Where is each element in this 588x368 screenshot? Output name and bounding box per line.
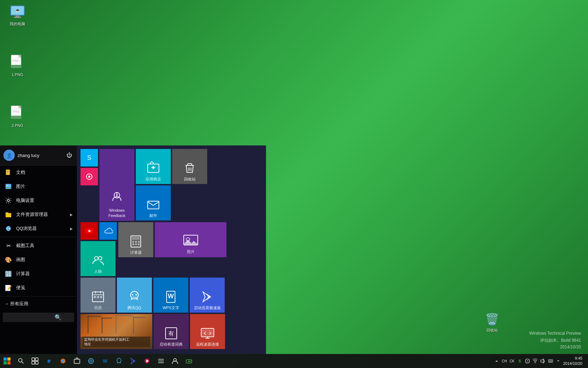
svg-rect-53 bbox=[132, 241, 134, 243]
svg-rect-122 bbox=[551, 360, 552, 361]
svg-rect-2 bbox=[10, 6, 11, 7]
taskbar-mediaplayer-button[interactable] bbox=[140, 354, 154, 368]
tile-youtube[interactable] bbox=[80, 222, 98, 240]
tile-mail[interactable]: 邮件 bbox=[136, 185, 171, 220]
tile-wps[interactable]: W WPS文字 bbox=[153, 278, 188, 313]
desktop-icon-computer[interactable]: 💻 我的电脑 bbox=[4, 4, 31, 26]
explorer-arrow: ▶ bbox=[70, 213, 73, 217]
all-apps-label: → 所有应用 bbox=[4, 301, 28, 307]
taskbar-xunlei-button[interactable] bbox=[126, 354, 140, 368]
tile-music[interactable] bbox=[80, 168, 98, 185]
tile-calendar-label: 日历 bbox=[94, 305, 102, 311]
sidebar-item-pictures[interactable]: 图片 bbox=[0, 179, 77, 193]
all-apps-button[interactable]: → 所有应用 bbox=[0, 298, 77, 310]
tile-rdp[interactable]: 远程桌面连接 bbox=[190, 314, 225, 349]
tray-caret[interactable] bbox=[493, 354, 500, 368]
start-search-input[interactable] bbox=[6, 315, 55, 320]
sidebar-item-notes[interactable]: 📝 便笺 bbox=[0, 281, 77, 295]
taskbar-people-button[interactable] bbox=[168, 354, 182, 368]
power-button[interactable]: ⏻ bbox=[65, 151, 74, 159]
sidebar-item-explorer[interactable]: 文件资源管理器 ▶ bbox=[0, 207, 77, 222]
tray-help[interactable]: ? bbox=[524, 354, 531, 368]
user-avatar: 👤 bbox=[4, 150, 15, 161]
taskbar-ie-button[interactable]: e bbox=[42, 354, 56, 368]
menu-divider-2 bbox=[0, 296, 77, 297]
tile-calc[interactable]: 计算器 bbox=[118, 222, 153, 257]
svg-rect-99 bbox=[74, 359, 80, 363]
tray-input[interactable]: CK bbox=[509, 354, 516, 368]
svg-text:💻: 💻 bbox=[15, 8, 20, 13]
png1-icon-label: 1.PNG bbox=[4, 73, 31, 77]
tile-photos[interactable]: 照片 bbox=[155, 222, 226, 257]
calculator-icon: 🔢 bbox=[4, 270, 13, 278]
taskbar-firefox-button[interactable] bbox=[56, 354, 70, 368]
svg-rect-12 bbox=[12, 58, 20, 64]
tray-keyboard[interactable] bbox=[547, 354, 554, 368]
taskbar-game-button[interactable] bbox=[182, 354, 196, 368]
taskbar-qq-button[interactable] bbox=[112, 354, 126, 368]
tile-calendar[interactable]: 日历 bbox=[80, 278, 115, 313]
tile-qq-label: 腾讯QQ bbox=[127, 305, 141, 311]
svg-text:S: S bbox=[87, 154, 91, 161]
tile-recycle[interactable]: 回收站 bbox=[172, 149, 207, 184]
svg-text:?: ? bbox=[526, 360, 528, 363]
tile-contacts[interactable]: 人脉 bbox=[80, 241, 115, 276]
svg-rect-76 bbox=[88, 316, 89, 333]
tile-windows-feedback[interactable]: WindowsFeedback bbox=[99, 149, 134, 221]
svg-rect-58 bbox=[138, 244, 140, 245]
screenshot-icon: ✂ bbox=[4, 241, 13, 250]
tray-lang[interactable]: CH bbox=[501, 354, 508, 368]
desktop-icon-png1[interactable]: PNG 1.PNG bbox=[4, 54, 31, 77]
windows-logo-icon bbox=[4, 357, 10, 364]
sidebar-item-settings[interactable]: 电脑设置 bbox=[0, 193, 77, 207]
tile-xunlei[interactable]: 启动迅雷极速版 bbox=[190, 278, 225, 313]
svg-rect-82 bbox=[133, 317, 134, 333]
svg-rect-79 bbox=[102, 318, 112, 319]
sidebar-item-paint[interactable]: 🎨 画图 bbox=[0, 253, 77, 267]
tiles-row-1: S WindowsFeedback bbox=[80, 149, 262, 221]
taskbar-taskview-button[interactable] bbox=[28, 354, 42, 368]
sidebar-item-qq-browser[interactable]: QQ浏览器 ▶ bbox=[0, 222, 77, 236]
sidebar-item-screenshot[interactable]: ✂ 截图工具 bbox=[0, 239, 77, 253]
tile-dict[interactable]: 有 启动有道词典 bbox=[154, 314, 189, 349]
svg-rect-81 bbox=[115, 315, 133, 316]
documents-icon bbox=[4, 168, 13, 177]
tray-time-expand[interactable] bbox=[555, 354, 562, 368]
tray-volume[interactable] bbox=[539, 354, 546, 368]
taskbar-clock[interactable]: 9:45 2014/10/20 bbox=[563, 356, 585, 367]
explorer-icon bbox=[4, 210, 13, 219]
paint-label: 画图 bbox=[16, 257, 25, 263]
taskbar-search-button[interactable] bbox=[14, 354, 28, 368]
taskbar-edge-button[interactable] bbox=[84, 354, 98, 368]
taskbar-task-button[interactable] bbox=[154, 354, 168, 368]
start-button[interactable] bbox=[0, 354, 14, 368]
svg-rect-67 bbox=[94, 296, 96, 298]
tray-network[interactable] bbox=[532, 354, 539, 368]
tile-app-store[interactable]: 应用商店 bbox=[136, 149, 171, 184]
tile-skype[interactable]: S bbox=[80, 149, 98, 166]
svg-rect-54 bbox=[135, 241, 137, 243]
tile-wps-label: WPS文字 bbox=[162, 305, 179, 311]
svg-rect-95 bbox=[32, 361, 35, 364]
tile-news[interactable]: 监翔毕业生学挖掘机不如到工地址 bbox=[80, 314, 152, 349]
sidebar-item-documents[interactable]: 文档 bbox=[0, 165, 77, 179]
svg-rect-56 bbox=[132, 244, 134, 245]
svg-rect-123 bbox=[549, 361, 552, 362]
taskbar-items: e W bbox=[14, 354, 493, 368]
tile-rdp-label: 远程桌面连接 bbox=[196, 342, 219, 347]
tray-sougou[interactable]: S bbox=[516, 354, 523, 368]
recycle-desktop-icon[interactable]: 🗑️ 回收站 bbox=[484, 311, 500, 333]
svg-line-92 bbox=[22, 362, 23, 363]
svg-marker-114 bbox=[495, 360, 498, 362]
tile-onedrive[interactable] bbox=[99, 222, 117, 240]
sidebar-item-calculator[interactable]: 🔢 计算器 bbox=[0, 267, 77, 281]
taskbar-store-button[interactable] bbox=[70, 354, 84, 368]
start-search-bar[interactable]: 🔍 bbox=[3, 313, 74, 322]
taskbar-wps-button[interactable]: W bbox=[98, 354, 112, 368]
desktop-icon-png2[interactable]: PNG 2.PNG bbox=[4, 105, 31, 128]
tile-qq[interactable]: 腾讯QQ bbox=[117, 278, 152, 313]
svg-rect-25 bbox=[7, 172, 8, 172]
tile-mail-label: 邮件 bbox=[149, 213, 157, 218]
svg-point-70 bbox=[132, 294, 133, 295]
computer-icon-label: 我的电脑 bbox=[4, 22, 31, 26]
